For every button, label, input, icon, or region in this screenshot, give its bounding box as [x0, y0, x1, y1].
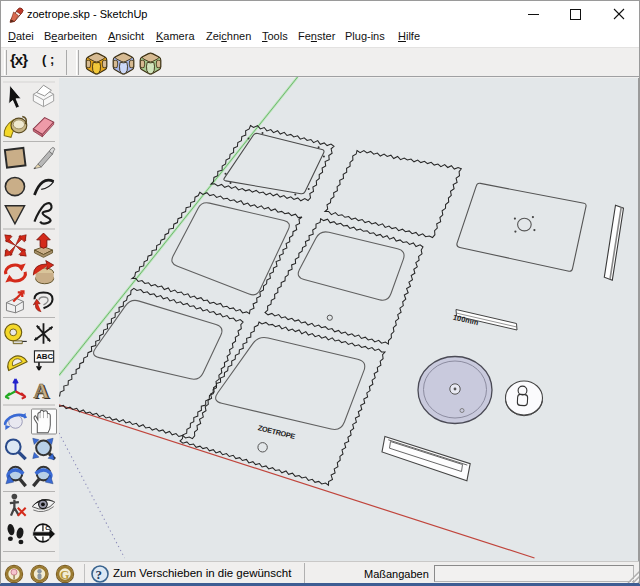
- svg-text:G: G: [60, 568, 69, 582]
- svg-text:?: ?: [96, 567, 103, 582]
- svg-text:C: C: [45, 524, 50, 531]
- svg-text:ABC: ABC: [36, 352, 53, 361]
- svg-text:ZOETROPE: ZOETROPE: [257, 423, 296, 441]
- svg-text:A: A: [34, 379, 50, 403]
